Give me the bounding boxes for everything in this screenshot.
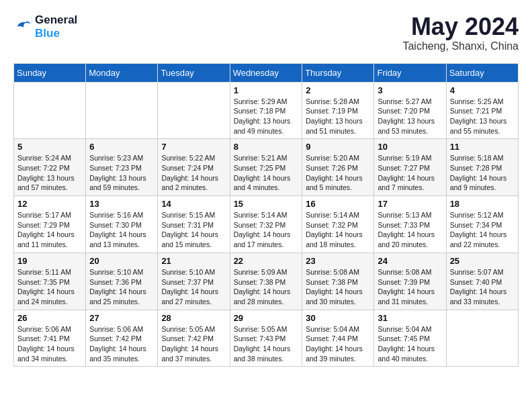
day-number: 8	[234, 142, 299, 152]
calendar-cell: 11Sunrise: 5:18 AMSunset: 7:28 PMDayligh…	[446, 139, 518, 196]
day-info: Sunrise: 5:22 AMSunset: 7:24 PMDaylight:…	[161, 153, 226, 193]
day-number: 13	[89, 199, 154, 209]
day-info: Sunrise: 5:21 AMSunset: 7:25 PMDaylight:…	[234, 153, 299, 193]
calendar-cell: 18Sunrise: 5:12 AMSunset: 7:34 PMDayligh…	[446, 196, 518, 253]
day-info: Sunrise: 5:05 AMSunset: 7:42 PMDaylight:…	[161, 324, 226, 364]
calendar-cell: 31Sunrise: 5:04 AMSunset: 7:45 PMDayligh…	[374, 310, 446, 367]
calendar-cell: 27Sunrise: 5:06 AMSunset: 7:42 PMDayligh…	[86, 310, 158, 367]
calendar-cell: 29Sunrise: 5:05 AMSunset: 7:43 PMDayligh…	[230, 310, 302, 367]
day-info: Sunrise: 5:14 AMSunset: 7:32 PMDaylight:…	[234, 210, 299, 250]
calendar-cell: 4Sunrise: 5:25 AMSunset: 7:21 PMDaylight…	[446, 82, 518, 139]
day-info: Sunrise: 5:17 AMSunset: 7:29 PMDaylight:…	[17, 210, 82, 250]
month-title: May 2024	[402, 13, 519, 40]
day-number: 12	[17, 199, 82, 209]
day-info: Sunrise: 5:07 AMSunset: 7:40 PMDaylight:…	[450, 267, 515, 307]
week-row-5: 26Sunrise: 5:06 AMSunset: 7:41 PMDayligh…	[14, 310, 519, 367]
day-number: 4	[450, 85, 515, 95]
day-number: 7	[161, 142, 226, 152]
calendar-cell: 3Sunrise: 5:27 AMSunset: 7:20 PMDaylight…	[374, 82, 446, 139]
calendar-cell: 6Sunrise: 5:23 AMSunset: 7:23 PMDaylight…	[86, 139, 158, 196]
day-number: 27	[89, 313, 154, 323]
day-info: Sunrise: 5:04 AMSunset: 7:45 PMDaylight:…	[378, 324, 442, 364]
day-number: 11	[450, 142, 515, 152]
day-number: 17	[378, 199, 442, 209]
weekday-tuesday: Tuesday	[158, 63, 230, 82]
logo: General Blue	[13, 13, 77, 40]
week-row-2: 5Sunrise: 5:24 AMSunset: 7:22 PMDaylight…	[14, 139, 519, 196]
day-info: Sunrise: 5:06 AMSunset: 7:42 PMDaylight:…	[89, 324, 154, 364]
day-info: Sunrise: 5:10 AMSunset: 7:37 PMDaylight:…	[161, 267, 226, 307]
calendar-cell: 8Sunrise: 5:21 AMSunset: 7:25 PMDaylight…	[230, 139, 302, 196]
calendar-cell	[158, 82, 230, 139]
calendar-cell: 1Sunrise: 5:29 AMSunset: 7:18 PMDaylight…	[230, 82, 302, 139]
weekday-header-row: SundayMondayTuesdayWednesdayThursdayFrid…	[14, 63, 519, 82]
calendar-cell	[446, 310, 518, 367]
calendar-cell: 21Sunrise: 5:10 AMSunset: 7:37 PMDayligh…	[158, 253, 230, 310]
weekday-thursday: Thursday	[302, 63, 374, 82]
day-info: Sunrise: 5:11 AMSunset: 7:35 PMDaylight:…	[17, 267, 82, 307]
day-info: Sunrise: 5:06 AMSunset: 7:41 PMDaylight:…	[17, 324, 82, 364]
location: Taicheng, Shanxi, China	[402, 40, 519, 52]
day-number: 3	[378, 85, 442, 95]
day-number: 28	[161, 313, 226, 323]
day-number: 1	[234, 85, 299, 95]
day-info: Sunrise: 5:12 AMSunset: 7:34 PMDaylight:…	[450, 210, 515, 250]
day-info: Sunrise: 5:24 AMSunset: 7:22 PMDaylight:…	[17, 153, 82, 193]
weekday-wednesday: Wednesday	[230, 63, 302, 82]
calendar-cell: 14Sunrise: 5:15 AMSunset: 7:31 PMDayligh…	[158, 196, 230, 253]
calendar-cell	[14, 82, 86, 139]
day-number: 2	[306, 85, 370, 95]
day-info: Sunrise: 5:23 AMSunset: 7:23 PMDaylight:…	[89, 153, 154, 193]
calendar-cell	[86, 82, 158, 139]
day-info: Sunrise: 5:18 AMSunset: 7:28 PMDaylight:…	[450, 153, 515, 193]
calendar-cell: 28Sunrise: 5:05 AMSunset: 7:42 PMDayligh…	[158, 310, 230, 367]
weekday-monday: Monday	[86, 63, 158, 82]
day-info: Sunrise: 5:13 AMSunset: 7:33 PMDaylight:…	[378, 210, 442, 250]
day-info: Sunrise: 5:08 AMSunset: 7:39 PMDaylight:…	[378, 267, 442, 307]
day-number: 25	[450, 256, 515, 266]
day-number: 20	[89, 256, 154, 266]
calendar-cell: 10Sunrise: 5:19 AMSunset: 7:27 PMDayligh…	[374, 139, 446, 196]
day-number: 26	[17, 313, 82, 323]
day-info: Sunrise: 5:27 AMSunset: 7:20 PMDaylight:…	[378, 97, 442, 136]
calendar-cell: 30Sunrise: 5:04 AMSunset: 7:44 PMDayligh…	[302, 310, 374, 367]
day-number: 18	[450, 199, 515, 209]
week-row-3: 12Sunrise: 5:17 AMSunset: 7:29 PMDayligh…	[14, 196, 519, 253]
calendar-cell: 25Sunrise: 5:07 AMSunset: 7:40 PMDayligh…	[446, 253, 518, 310]
calendar-cell: 26Sunrise: 5:06 AMSunset: 7:41 PMDayligh…	[14, 310, 86, 367]
day-number: 19	[17, 256, 82, 266]
day-info: Sunrise: 5:05 AMSunset: 7:43 PMDaylight:…	[234, 324, 299, 364]
calendar-cell: 17Sunrise: 5:13 AMSunset: 7:33 PMDayligh…	[374, 196, 446, 253]
calendar-cell: 13Sunrise: 5:16 AMSunset: 7:30 PMDayligh…	[86, 196, 158, 253]
day-number: 6	[89, 142, 154, 152]
day-info: Sunrise: 5:08 AMSunset: 7:38 PMDaylight:…	[306, 267, 370, 307]
day-number: 9	[306, 142, 370, 152]
calendar-cell: 5Sunrise: 5:24 AMSunset: 7:22 PMDaylight…	[14, 139, 86, 196]
page-header: General Blue May 2024 Taicheng, Shanxi, …	[13, 13, 519, 52]
day-info: Sunrise: 5:10 AMSunset: 7:36 PMDaylight:…	[89, 267, 154, 307]
day-number: 10	[378, 142, 442, 152]
day-info: Sunrise: 5:09 AMSunset: 7:38 PMDaylight:…	[234, 267, 299, 307]
calendar-cell: 12Sunrise: 5:17 AMSunset: 7:29 PMDayligh…	[14, 196, 86, 253]
day-info: Sunrise: 5:25 AMSunset: 7:21 PMDaylight:…	[450, 97, 515, 136]
calendar-body: 1Sunrise: 5:29 AMSunset: 7:18 PMDaylight…	[14, 82, 519, 367]
day-number: 31	[378, 313, 442, 323]
calendar-table: SundayMondayTuesdayWednesdayThursdayFrid…	[13, 63, 519, 367]
weekday-saturday: Saturday	[446, 63, 518, 82]
calendar-cell: 24Sunrise: 5:08 AMSunset: 7:39 PMDayligh…	[374, 253, 446, 310]
weekday-friday: Friday	[374, 63, 446, 82]
calendar-cell: 7Sunrise: 5:22 AMSunset: 7:24 PMDaylight…	[158, 139, 230, 196]
day-number: 24	[378, 256, 442, 266]
day-info: Sunrise: 5:29 AMSunset: 7:18 PMDaylight:…	[234, 97, 299, 136]
day-number: 23	[306, 256, 370, 266]
day-info: Sunrise: 5:15 AMSunset: 7:31 PMDaylight:…	[161, 210, 226, 250]
calendar-cell: 20Sunrise: 5:10 AMSunset: 7:36 PMDayligh…	[86, 253, 158, 310]
day-info: Sunrise: 5:04 AMSunset: 7:44 PMDaylight:…	[306, 324, 370, 364]
calendar-cell: 22Sunrise: 5:09 AMSunset: 7:38 PMDayligh…	[230, 253, 302, 310]
day-number: 21	[161, 256, 226, 266]
day-number: 16	[306, 199, 370, 209]
day-info: Sunrise: 5:28 AMSunset: 7:19 PMDaylight:…	[306, 97, 370, 136]
calendar-cell: 2Sunrise: 5:28 AMSunset: 7:19 PMDaylight…	[302, 82, 374, 139]
logo-icon	[13, 16, 32, 38]
calendar-cell: 9Sunrise: 5:20 AMSunset: 7:26 PMDaylight…	[302, 139, 374, 196]
